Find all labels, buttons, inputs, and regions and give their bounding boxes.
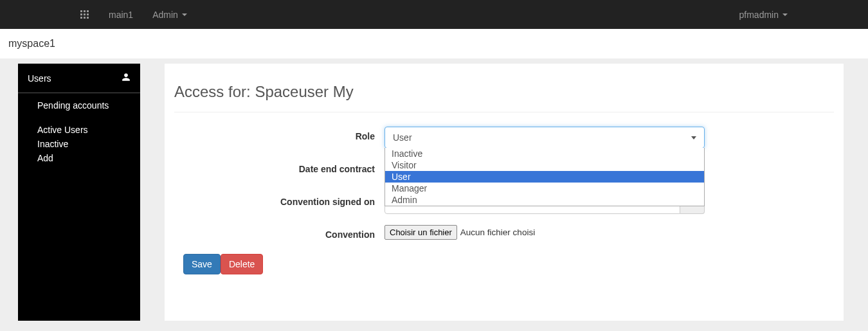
sidebar-item-active-users[interactable]: Active Users [18,123,140,137]
user-icon [122,73,131,84]
breadcrumb-space[interactable]: myspace1 [8,38,55,49]
svg-rect-8 [87,17,89,19]
sidebar-item-inactive[interactable]: Inactive [18,137,140,151]
role-option-user[interactable]: User [385,171,704,183]
svg-rect-1 [84,10,86,12]
nav-user-dropdown[interactable]: pfmadmin [730,1,797,29]
caret-down-icon [182,13,187,16]
navbar-left: main1 Admin [71,1,197,29]
nav-user-label: pfmadmin [739,10,779,20]
sidebar-menu: Pending accounts Active Users Inactive A… [18,93,140,173]
grid-icon [80,10,89,19]
svg-rect-0 [80,10,82,12]
sidebar-item-add[interactable]: Add [18,151,140,165]
convention-label: Convention [174,225,384,240]
svg-rect-2 [87,10,89,12]
chevron-down-icon [691,136,696,139]
action-buttons: Save Delete [174,254,834,274]
role-label: Role [174,127,384,141]
date-label: Date end contract [174,159,384,174]
sidebar-item-pending[interactable]: Pending accounts [18,98,140,123]
apps-grid-button[interactable] [71,1,99,28]
role-option-admin[interactable]: Admin [385,194,704,206]
convention-signed-label: Convention signed on [174,192,384,207]
sidebar-header-label: Users [28,73,51,84]
role-field: User Inactive Visitor User Manager Admin [384,127,834,148]
page-title-prefix: Access for: [174,83,255,100]
navbar-right: pfmadmin [730,1,797,29]
nav-main-link[interactable]: main1 [99,1,143,29]
page-title: Access for: Spaceuser My [174,83,834,112]
sidebar-header[interactable]: Users [18,64,140,93]
main-panel: Access for: Spaceuser My Role User Inact… [165,64,844,321]
delete-button[interactable]: Delete [221,254,263,274]
role-option-inactive[interactable]: Inactive [385,148,704,159]
main-wrap: Access for: Spaceuser My Role User Inact… [140,64,868,321]
main-layout: Users Pending accounts Active Users Inac… [0,58,868,321]
convention-file-field: Choisir un fichier Aucun fichier choisi [384,225,834,240]
caret-down-icon [782,13,788,16]
save-button[interactable]: Save [183,254,221,274]
file-choose-button[interactable]: Choisir un fichier [384,225,457,240]
nav-admin-label: Admin [152,10,178,20]
top-navbar: main1 Admin pfmadmin [0,0,868,29]
svg-rect-6 [80,17,82,19]
form-row-role: Role User Inactive Visitor User Manager … [174,127,834,148]
role-option-visitor[interactable]: Visitor [385,159,704,171]
sidebar: Users Pending accounts Active Users Inac… [18,64,140,321]
svg-rect-7 [84,17,86,19]
form-row-convention-file: Convention Choisir un fichier Aucun fich… [174,225,834,240]
role-option-manager[interactable]: Manager [385,183,704,194]
svg-rect-3 [80,13,82,15]
role-select[interactable]: User [384,127,705,148]
svg-rect-5 [87,13,89,15]
role-select-value: User [393,132,412,143]
breadcrumb: myspace1 [0,29,868,58]
nav-admin-dropdown[interactable]: Admin [143,1,197,29]
page-title-name: Spaceuser My [255,83,353,100]
file-status-text: Aucun fichier choisi [460,228,535,237]
role-dropdown: Inactive Visitor User Manager Admin [384,148,705,206]
svg-rect-4 [84,13,86,15]
